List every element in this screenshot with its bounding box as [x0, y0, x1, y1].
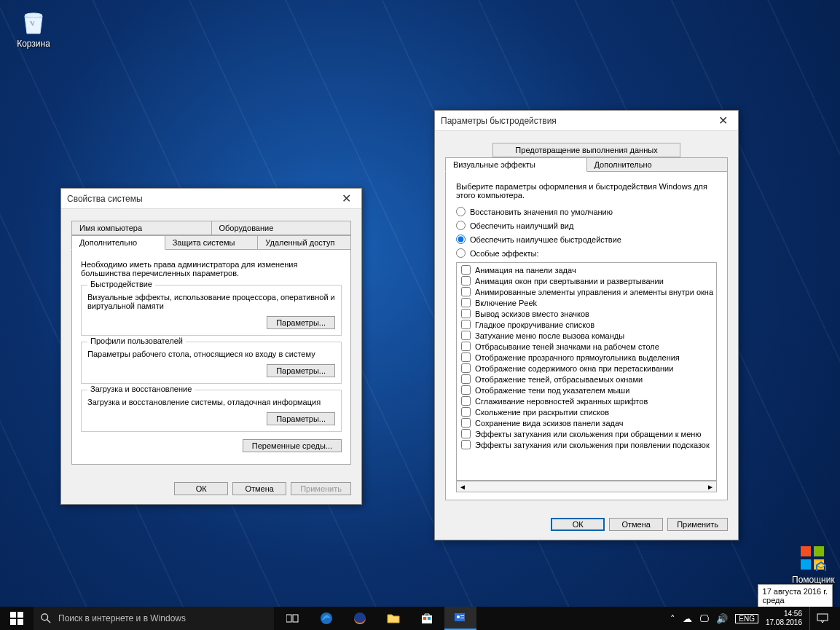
effect-item[interactable]: Эффекты затухания или скольжения при обр…	[458, 428, 715, 439]
effect-item[interactable]: Отбрасывание теней значками на рабочем с…	[458, 341, 715, 352]
close-icon[interactable]: ✕	[337, 192, 356, 205]
effect-item[interactable]: Затухание меню после вызова команды	[458, 330, 715, 341]
effect-item[interactable]: Отображение теней, отбрасываемых окнами	[458, 374, 715, 385]
effect-item[interactable]: Анимация окон при свертывании и разверты…	[458, 275, 715, 286]
effect-item[interactable]: Сглаживание неровностей экранных шрифтов	[458, 395, 715, 406]
start-button[interactable]	[0, 607, 34, 630]
language-indicator[interactable]: ENG	[735, 614, 758, 623]
startup-settings-button[interactable]: Параметры...	[267, 412, 335, 425]
cancel-button[interactable]: Отмена	[232, 482, 286, 495]
svg-point-19	[457, 615, 460, 618]
effect-checkbox[interactable]	[461, 429, 471, 438]
effect-label: Анимация окон при свертывании и разверты…	[475, 277, 664, 286]
effect-checkbox[interactable]	[461, 342, 471, 351]
effect-checkbox[interactable]	[461, 265, 471, 275]
ok-button[interactable]: ОК	[551, 518, 605, 531]
effect-label: Отображение тени под указателем мыши	[475, 386, 629, 395]
performance-options-titlebar[interactable]: Параметры быстродействия ✕	[435, 111, 738, 131]
svg-rect-3	[801, 559, 811, 570]
profiles-group: Профили пользователей Параметры рабочего…	[81, 342, 342, 384]
effect-checkbox[interactable]	[461, 396, 471, 406]
effect-checkbox[interactable]	[461, 276, 471, 286]
dialog-taskbar-button[interactable]	[444, 607, 476, 630]
effect-item[interactable]: Сохранение вида эскизов панели задач	[458, 417, 715, 428]
effect-checkbox[interactable]	[461, 407, 471, 417]
startup-group-desc: Загрузка и восстановление системы, отлад…	[87, 398, 335, 406]
effect-checkbox[interactable]	[461, 374, 471, 384]
svg-point-0	[25, 13, 42, 17]
effect-checkbox[interactable]	[461, 287, 471, 296]
apply-button[interactable]: Применить	[667, 518, 728, 531]
search-placeholder: Поиск в интернете и в Windows	[58, 613, 186, 623]
radio-best-appearance[interactable]: Обеспечить наилучший вид	[456, 221, 717, 230]
tab-advanced[interactable]: Дополнительно	[71, 235, 165, 250]
effect-item[interactable]: Анимация на панели задач	[458, 264, 715, 275]
effect-item[interactable]: Вывод эскизов вместо значков	[458, 308, 715, 319]
action-center-button[interactable]	[809, 607, 834, 630]
task-view-button[interactable]	[277, 607, 309, 630]
effect-checkbox[interactable]	[461, 353, 471, 362]
search-icon	[41, 613, 51, 623]
effect-checkbox[interactable]	[461, 418, 471, 428]
radio-custom[interactable]: Особые эффекты:	[456, 248, 717, 258]
helper-shortcut[interactable]: Помощник	[792, 543, 833, 585]
profiles-settings-button[interactable]: Параметры...	[267, 364, 335, 377]
ok-button[interactable]: ОК	[174, 482, 228, 495]
performance-settings-button[interactable]: Параметры...	[267, 316, 335, 329]
effect-checkbox[interactable]	[461, 298, 471, 307]
effect-item[interactable]: Отображение тени под указателем мыши	[458, 385, 715, 395]
tab-dep[interactable]: Предотвращение выполнения данных	[492, 143, 680, 157]
taskbar-search[interactable]: Поиск в интернете и в Windows	[34, 607, 274, 630]
effect-checkbox[interactable]	[461, 363, 471, 373]
explorer-button[interactable]	[377, 607, 409, 630]
effect-item[interactable]: Включение Peek	[458, 297, 715, 308]
effect-checkbox[interactable]	[461, 320, 471, 329]
effect-checkbox[interactable]	[461, 440, 471, 449]
effect-label: Отображение теней, отбрасываемых окнами	[475, 375, 643, 384]
store-button[interactable]	[411, 607, 443, 630]
tray-volume-icon[interactable]: 🔊	[716, 613, 728, 624]
effect-item[interactable]: Анимированные элементы управления и элем…	[458, 286, 715, 297]
effect-item[interactable]: Скольжение при раскрытии списков	[458, 406, 715, 417]
tab-computer-name[interactable]: Имя компьютера	[71, 221, 212, 235]
tray-chevron-up-icon[interactable]: ˄	[670, 613, 675, 624]
effect-checkbox[interactable]	[461, 385, 471, 395]
tab-hardware[interactable]: Оборудование	[212, 221, 352, 235]
system-properties-titlebar[interactable]: Свойства системы ✕	[61, 189, 361, 209]
tab-remote[interactable]: Удаленный доступ	[258, 235, 351, 250]
effect-item[interactable]: Эффекты затухания или скольжения при поя…	[458, 439, 715, 450]
scroll-right-icon[interactable]: ►	[704, 483, 716, 491]
recycle-bin[interactable]: Корзина	[13, 7, 54, 49]
tab-visual-effects[interactable]: Визуальные эффекты	[445, 157, 587, 172]
environment-variables-button[interactable]: Переменные среды...	[243, 439, 342, 452]
svg-point-9	[42, 614, 48, 621]
effect-item[interactable]: Отображение содержимого окна при перетас…	[458, 363, 715, 374]
tray-monitor-icon[interactable]: 🖵	[699, 613, 709, 624]
helper-label: Помощник	[792, 575, 835, 585]
radio-best-performance[interactable]: Обеспечить наилучшее быстродействие	[456, 235, 717, 244]
scroll-left-icon[interactable]: ◄	[457, 483, 468, 491]
radio-restore-defaults[interactable]: Восстановить значения по умолчанию	[456, 207, 717, 216]
edge-button[interactable]	[310, 607, 342, 630]
appearance-radio-group: Восстановить значения по умолчанию Обесп…	[456, 207, 717, 258]
clock-date: 17.08.2016	[766, 618, 802, 627]
firefox-button[interactable]	[344, 607, 376, 630]
effect-item[interactable]: Гладкое прокручивание списков	[458, 319, 715, 330]
taskbar: Поиск в интернете и в Windows ˄ ☁ 🖵 🔊 EN…	[0, 607, 840, 630]
firefox-icon	[353, 612, 366, 625]
tab-advanced-perf[interactable]: Дополнительно	[587, 157, 729, 172]
effect-checkbox[interactable]	[461, 309, 471, 318]
tray-onedrive-icon[interactable]: ☁	[683, 613, 692, 624]
cancel-button[interactable]: Отмена	[609, 518, 663, 531]
effects-listbox[interactable]: Анимация на панели задачАнимация окон пр…	[456, 262, 717, 481]
taskbar-clock[interactable]: 14:56 17.08.2016	[766, 610, 802, 627]
effect-checkbox[interactable]	[461, 331, 471, 340]
profiles-group-title: Профили пользователей	[87, 336, 186, 345]
performance-options-window: Параметры быстродействия ✕ Предотвращени…	[434, 110, 739, 540]
svg-rect-8	[17, 619, 23, 625]
tab-system-protection[interactable]: Защита системы	[165, 235, 259, 250]
effects-hscrollbar[interactable]: ◄ ►	[456, 481, 717, 492]
close-icon[interactable]: ✕	[714, 114, 732, 127]
effect-item[interactable]: Отображение прозрачного прямоугольника в…	[458, 352, 715, 363]
apply-button[interactable]: Применить	[291, 482, 351, 495]
